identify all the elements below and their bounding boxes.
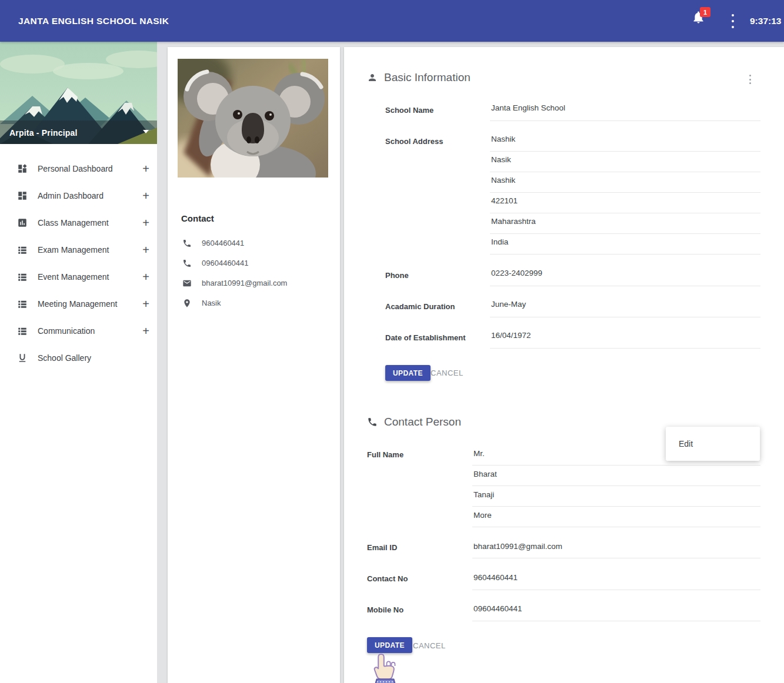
user-band[interactable]: Arpita - Principal — [0, 120, 157, 144]
chevron-down-icon — [143, 130, 149, 133]
established-label: Date of Establishment — [385, 333, 466, 342]
cancel-button[interactable]: CANCEL — [431, 369, 463, 377]
expand-plus-icon[interactable]: + — [142, 317, 149, 344]
phone-field[interactable]: 0223-2402999 — [490, 269, 760, 286]
established-field[interactable]: 16/04/1972 — [490, 331, 760, 349]
expand-plus-icon[interactable]: + — [142, 290, 149, 317]
profile-photo — [178, 59, 328, 178]
list-icon — [17, 299, 28, 309]
app-title: JANTA ENGLISH SCHOOL NASIK — [18, 0, 169, 42]
update-button[interactable]: UPDATE — [367, 637, 412, 653]
clock-display: 9:37:13 — [750, 0, 781, 42]
person-icon — [367, 72, 378, 83]
address-line-field[interactable]: 422101 — [490, 196, 760, 213]
mobile-no-field[interactable]: 09604460441 — [472, 604, 760, 621]
expand-plus-icon[interactable]: + — [142, 182, 149, 209]
admin-dashboard-icon — [17, 190, 28, 201]
sidebar-item-class-management[interactable]: Class Management + — [0, 209, 157, 236]
phone-icon — [182, 259, 192, 268]
notification-badge: 1 — [700, 7, 710, 17]
sidebar-item-personal-dashboard[interactable]: Personal Dashboard + — [0, 155, 157, 182]
contact-person-title: Contact Person — [384, 416, 461, 428]
duration-label: Acadamic Duration — [385, 302, 455, 311]
sidebar-header: Arpita - Principal — [0, 42, 157, 144]
details-panel: Basic Information School Name Janta Engl… — [344, 47, 784, 683]
list-icon — [17, 326, 28, 336]
context-menu: Edit — [666, 427, 760, 461]
bell-icon — [692, 16, 705, 26]
basic-info-title: Basic Information — [384, 71, 471, 84]
underline-icon — [17, 353, 28, 363]
contact-heading: Contact — [181, 213, 214, 223]
cancel-button[interactable]: CANCEL — [413, 641, 446, 650]
sidebar-item-school-gallery[interactable]: School Gallery — [0, 344, 157, 371]
email-icon — [182, 279, 192, 288]
phone-icon — [367, 417, 378, 427]
expand-plus-icon[interactable]: + — [142, 155, 149, 182]
contact-row: bharat10991@gmail.com — [182, 278, 329, 290]
duration-field[interactable]: June-May — [490, 300, 760, 317]
address-line-field[interactable]: Nashik — [490, 176, 760, 193]
expand-plus-icon[interactable]: + — [142, 263, 149, 290]
top-app-bar: JANTA ENGLISH SCHOOL NASIK 1 9:37:13 — [0, 0, 784, 42]
contact-no-field[interactable]: 9604460441 — [472, 573, 760, 590]
address-line-field[interactable]: India — [490, 237, 760, 255]
chart-icon — [17, 217, 28, 228]
sidebar-item-admin-dashboard[interactable]: Admin Dashboard + — [0, 182, 157, 209]
section-menu-button[interactable] — [748, 75, 752, 84]
contact-no-label: Contact No — [367, 574, 408, 583]
address-line-field[interactable]: Nashik — [490, 135, 760, 152]
notifications-button[interactable]: 1 — [692, 9, 712, 33]
contact-row: 09604460441 — [182, 258, 329, 270]
contact-row: Nasik — [182, 298, 329, 310]
email-id-label: Email ID — [367, 543, 397, 552]
user-name: Arpita - Principal — [9, 128, 78, 138]
sidebar-item-meeting-management[interactable]: Meeting Management + — [0, 290, 157, 317]
update-button[interactable]: UPDATE — [385, 365, 431, 381]
sidebar-item-event-management[interactable]: Event Management + — [0, 263, 157, 290]
overflow-menu-button[interactable] — [730, 14, 736, 28]
koala-photo — [178, 59, 328, 178]
sidebar-item-exam-management[interactable]: Exam Management + — [0, 236, 157, 263]
name-line-field[interactable]: Tanaji — [472, 490, 760, 507]
location-icon — [182, 299, 192, 308]
sidebar: Arpita - Principal Personal Dashboard + … — [0, 42, 157, 683]
list-icon — [17, 272, 28, 282]
school-name-label: School Name — [385, 106, 433, 115]
profile-card: Contact 9604460441 09604460441 bharat109… — [168, 47, 340, 683]
sidebar-menu: Personal Dashboard + Admin Dashboard + C… — [0, 155, 157, 371]
email-field[interactable]: bharat10991@gmail.com — [472, 542, 760, 558]
school-name-field[interactable]: Janta English School — [490, 103, 760, 121]
phone-label: Phone — [385, 271, 409, 280]
address-line-field[interactable]: Maharashtra — [490, 217, 760, 234]
phone-icon — [182, 239, 192, 248]
name-line-field[interactable]: More — [472, 511, 760, 527]
full-name-label: Full Name — [367, 450, 403, 459]
personal-dashboard-icon — [17, 163, 28, 174]
expand-plus-icon[interactable]: + — [142, 209, 149, 236]
address-line-field[interactable]: Nasik — [490, 155, 760, 172]
sidebar-item-communication[interactable]: Communication + — [0, 317, 157, 344]
edit-menu-item[interactable]: Edit — [666, 427, 760, 461]
list-icon — [17, 245, 28, 255]
name-line-field[interactable]: Bharat — [472, 470, 760, 486]
mobile-no-label: Mobile No — [367, 605, 403, 614]
hand-cursor-icon — [371, 652, 401, 683]
school-address-label: School Address — [385, 137, 443, 146]
expand-plus-icon[interactable]: + — [142, 236, 149, 263]
contact-row: 9604460441 — [182, 238, 329, 250]
